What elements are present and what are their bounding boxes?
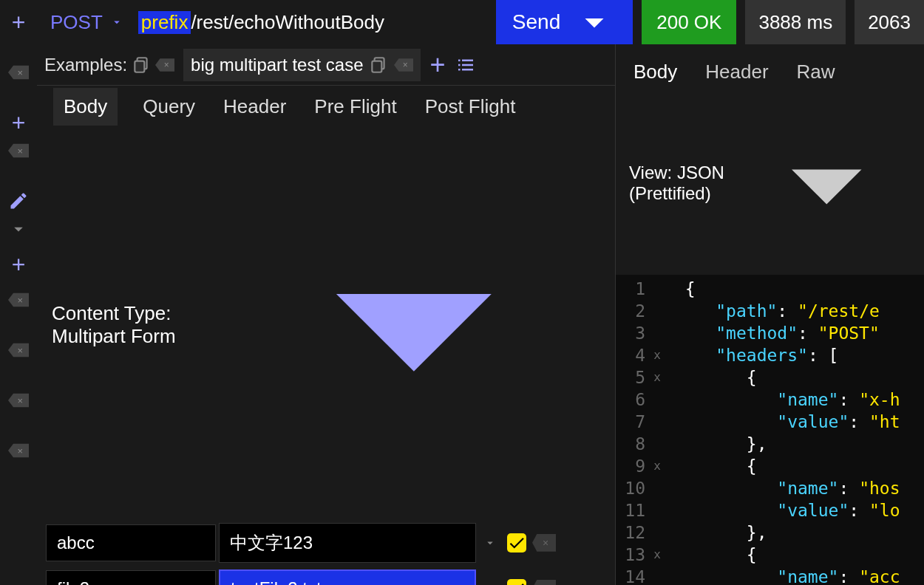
form-enable-checkbox[interactable] xyxy=(507,533,526,552)
json-line: 11 "value": "lo xyxy=(616,499,924,521)
svg-text:×: × xyxy=(403,60,408,70)
chevron-down-icon[interactable] xyxy=(743,100,911,267)
url-path: /rest/echoWithoutBody xyxy=(191,11,384,34)
fold-toggle[interactable]: x xyxy=(650,455,665,477)
json-line: 3 "method": "POST" xyxy=(616,322,924,344)
json-code: "name": "x-h xyxy=(665,389,900,411)
fold-toggle[interactable]: x xyxy=(650,366,665,389)
pencil-icon[interactable] xyxy=(8,191,29,211)
close-tab-icon-5[interactable]: × xyxy=(8,390,29,411)
json-line: 1 { xyxy=(616,278,924,300)
form-delete-button[interactable]: × xyxy=(532,534,556,552)
svg-text:×: × xyxy=(18,345,24,356)
close-example-icon[interactable]: × xyxy=(394,55,413,75)
close-tab-icon-6[interactable]: × xyxy=(8,440,29,461)
new-request-icon[interactable]: + xyxy=(8,12,29,32)
json-code: "name": "acc xyxy=(665,566,900,585)
form-row: file2testFile2.txt× xyxy=(46,569,606,585)
svg-text:×: × xyxy=(18,445,24,456)
json-line: 14 "name": "acc xyxy=(616,566,924,585)
form-enable-checkbox[interactable] xyxy=(507,579,526,585)
form-row: abcc中文字123× xyxy=(46,523,606,563)
json-code: "headers": [ xyxy=(665,344,838,366)
copy-icon[interactable] xyxy=(369,55,388,75)
content-type-select[interactable]: Content Type: Multipart Form xyxy=(52,302,220,348)
svg-text:×: × xyxy=(18,146,24,157)
json-code: "value": "ht xyxy=(665,411,900,433)
request-tab-pre-flight[interactable]: Pre Flight xyxy=(311,91,399,123)
json-line: 6 "name": "x-h xyxy=(616,389,924,411)
form-key-input[interactable]: abcc xyxy=(46,524,216,561)
svg-text:×: × xyxy=(18,67,24,78)
response-tabs: BodyHeaderRaw xyxy=(616,44,924,92)
json-code: "value": "lo xyxy=(665,499,900,521)
response-body-view[interactable]: 1 {2 "path": "/rest/e3 "method": "POST"4… xyxy=(616,275,924,585)
request-tab-post-flight[interactable]: Post Flight xyxy=(422,91,519,123)
json-code: { xyxy=(665,455,757,477)
send-button[interactable]: Send xyxy=(496,0,633,44)
response-tab-body[interactable]: Body xyxy=(631,56,680,88)
chevron-down-icon[interactable] xyxy=(8,219,29,239)
response-size: 2063 xyxy=(855,0,924,44)
url-prefix-variable: prefix xyxy=(138,11,191,34)
close-tab-icon-3[interactable]: × xyxy=(8,290,29,310)
json-code: }, xyxy=(665,521,767,544)
fold-toggle[interactable]: x xyxy=(650,544,665,566)
add-icon-2[interactable]: + xyxy=(8,254,29,275)
form-value-input[interactable]: 中文字123 xyxy=(219,523,476,563)
json-line: 13x { xyxy=(616,544,924,566)
json-line: 5x { xyxy=(616,366,924,389)
http-method-label: POST xyxy=(50,11,103,34)
view-mode-select[interactable]: View: JSON (Prettified) xyxy=(629,162,737,204)
example-tab-active[interactable]: big multipart test case × xyxy=(183,49,421,81)
add-icon[interactable]: + xyxy=(8,112,29,133)
example-tab-label: big multipart test case xyxy=(191,55,363,75)
response-tab-header[interactable]: Header xyxy=(702,56,771,88)
json-line: 2 "path": "/rest/e xyxy=(616,300,924,322)
json-code: "method": "POST" xyxy=(665,322,880,344)
svg-rect-10 xyxy=(373,61,382,72)
send-button-label: Send xyxy=(512,10,560,34)
close-tab-icon[interactable]: × xyxy=(8,62,29,83)
response-tab-raw[interactable]: Raw xyxy=(794,56,838,88)
add-example-icon[interactable]: + xyxy=(429,49,445,81)
close-example-icon[interactable]: × xyxy=(155,55,174,75)
request-tab-body[interactable]: Body xyxy=(53,88,118,126)
json-line: 8 }, xyxy=(616,433,924,455)
json-code: "name": "hos xyxy=(665,477,900,499)
http-method-select[interactable]: POST xyxy=(44,11,129,34)
form-type-dropdown[interactable] xyxy=(483,582,497,585)
form-type-dropdown[interactable] xyxy=(483,536,497,550)
json-line: 7 "value": "ht xyxy=(616,411,924,433)
request-tabs: BodyQueryHeaderPre FlightPost Flight xyxy=(37,86,615,127)
json-code: { xyxy=(665,278,696,300)
close-tab-icon-2[interactable]: × xyxy=(8,140,29,161)
request-tab-query[interactable]: Query xyxy=(140,91,198,123)
form-delete-button[interactable]: × xyxy=(532,580,556,585)
examples-label: Examples: xyxy=(44,55,127,75)
json-code: { xyxy=(665,544,757,566)
form-key-input[interactable]: file2 xyxy=(46,570,216,585)
fold-toggle[interactable]: x xyxy=(650,344,665,366)
json-line: 4x "headers": [ xyxy=(616,344,924,366)
url-input[interactable]: prefix/rest/echoWithoutBody xyxy=(138,11,487,34)
json-code: }, xyxy=(665,433,767,455)
svg-text:×: × xyxy=(18,295,24,306)
request-tab-header[interactable]: Header xyxy=(220,91,289,123)
close-tab-icon-4[interactable]: × xyxy=(8,340,29,360)
list-examples-icon[interactable] xyxy=(455,54,477,76)
json-line: 9x { xyxy=(616,455,924,477)
json-code: { xyxy=(665,366,757,389)
copy-icon[interactable] xyxy=(132,55,151,75)
svg-text:×: × xyxy=(18,395,24,406)
svg-rect-7 xyxy=(135,61,144,72)
response-time: 3888 ms xyxy=(745,0,846,44)
form-value-file[interactable]: testFile2.txt xyxy=(219,569,476,585)
response-status-code: 200 OK xyxy=(642,0,736,44)
json-line: 10 "name": "hos xyxy=(616,477,924,499)
chevron-down-icon[interactable] xyxy=(228,139,600,511)
svg-text:×: × xyxy=(164,60,169,70)
json-code: "path": "/rest/e xyxy=(665,300,880,322)
json-line: 12 }, xyxy=(616,521,924,544)
